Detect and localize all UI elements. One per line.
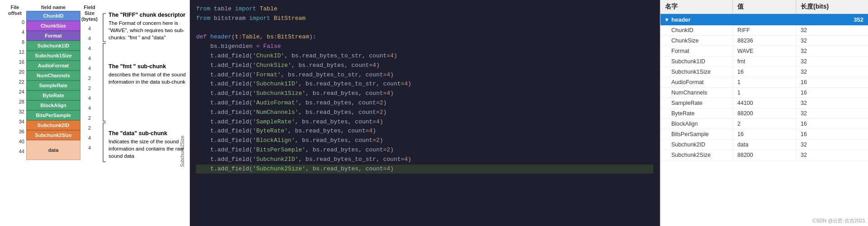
field-numchannels: NumChannels bbox=[26, 71, 80, 80]
code-line-10: t.add_field('Subchunk1Size', bs.read_byt… bbox=[196, 89, 653, 99]
tr-field-value: 88200 bbox=[733, 108, 796, 118]
table-row[interactable]: BitsPerSample 16 16 bbox=[660, 129, 868, 140]
offset-20: 20 bbox=[4, 67, 26, 77]
tr-field-value: 16 bbox=[733, 129, 796, 139]
tr-field-name: BitsPerSample bbox=[660, 129, 733, 139]
desc-fmt-text: describes the format of the sound inform… bbox=[108, 71, 190, 85]
size-subchunk1size: 4 bbox=[88, 63, 91, 73]
table-row[interactable]: BlockAlign 2 16 bbox=[660, 119, 868, 129]
tr-field-value: 2 bbox=[733, 119, 796, 129]
size-blockalign: 2 bbox=[88, 113, 91, 123]
code-line-15: t.add_field('BlockAlign', bs.read_bytes,… bbox=[196, 136, 653, 146]
field-chunkid: ChunkID bbox=[26, 11, 80, 21]
tr-field-value: 44100 bbox=[733, 98, 796, 108]
desc-riff-title: The "RIFF" chunk descriptor bbox=[108, 12, 190, 18]
offset-36: 36 bbox=[4, 127, 26, 137]
code-line-6: t.add_field('ChunkID', bs.read_bytes_to_… bbox=[196, 52, 653, 61]
tr-field-bits: 16 bbox=[796, 129, 868, 139]
tr-field-bits: 16 bbox=[796, 77, 868, 87]
desc-data-text: Indicates the size of the sound informat… bbox=[108, 138, 190, 160]
offset-4: 4 bbox=[4, 27, 26, 37]
group-collapse-icon[interactable]: ▼ bbox=[660, 14, 670, 25]
field-bitspersample: BitsPerSample bbox=[26, 110, 80, 120]
fields-column: field name ChunkID ChunkSize Format Subc… bbox=[26, 5, 80, 160]
offset-24: 24 bbox=[4, 87, 26, 97]
tr-field-value: 1 bbox=[733, 77, 796, 87]
size-numchannels: 2 bbox=[88, 83, 91, 93]
offset-40: 40 bbox=[4, 137, 26, 146]
code-line-1: from table import Table bbox=[196, 5, 653, 14]
table-row[interactable]: NumChannels 1 16 bbox=[660, 88, 868, 98]
desc-fmt-title: The "fmt " sub-chunk bbox=[108, 63, 190, 70]
th-bits: 长度(bits) bbox=[796, 0, 868, 14]
table-row[interactable]: ChunkID RIFF 32 bbox=[660, 25, 868, 36]
field-chunksize: ChunkSize bbox=[26, 21, 80, 31]
tr-field-name: Subchunk2Size bbox=[660, 150, 733, 160]
fields-header: field name bbox=[26, 5, 80, 10]
table-row[interactable]: AudioFormat 1 16 bbox=[660, 77, 868, 88]
table-row[interactable]: ChunkSize 88236 32 bbox=[660, 36, 868, 46]
desc-data: The "data" sub-chunk Indicates the size … bbox=[108, 130, 190, 160]
size-format: 4 bbox=[88, 43, 91, 53]
offset-28: 28 bbox=[4, 97, 26, 107]
table-row[interactable]: Format WAVE 32 bbox=[660, 46, 868, 56]
table-group-header[interactable]: ▼ header 352 bbox=[660, 14, 868, 25]
desc-data-title: The "data" sub-chunk bbox=[108, 130, 190, 137]
code-line-3 bbox=[196, 24, 653, 33]
right-panel: 名字 值 长度(bits) ▼ header 352 ChunkID RIFF … bbox=[660, 0, 868, 226]
code-line-11: t.add_field('AudioFormat', bs.read_bytes… bbox=[196, 99, 653, 108]
size-bitspersample: 2 bbox=[88, 123, 91, 133]
table-row[interactable]: ByteRate 88200 32 bbox=[660, 108, 868, 119]
tr-field-bits: 32 bbox=[796, 108, 868, 118]
group-name: header bbox=[670, 14, 849, 25]
tr-field-bits: 32 bbox=[796, 46, 868, 56]
code-line-12: t.add_field('NumChannels', bs.read_bytes… bbox=[196, 108, 653, 118]
code-line-13: t.add_field('SampleRate', bs.read_bytes,… bbox=[196, 118, 653, 127]
field-subchunk1size: Subchunk1Size bbox=[26, 51, 80, 61]
field-blockalign: BlockAlign bbox=[26, 100, 80, 110]
table-row[interactable]: Subchunk2Size 88200 32 bbox=[660, 150, 868, 160]
tr-field-name: Subchunk2ID bbox=[660, 140, 733, 150]
offset-12: 12 bbox=[4, 47, 26, 57]
size-subchunk1id: 4 bbox=[88, 53, 91, 63]
size-chunksize: 4 bbox=[88, 33, 91, 43]
tr-field-name: Format bbox=[660, 46, 733, 56]
table-rows: ChunkID RIFF 32 ChunkSize 88236 32 Forma… bbox=[660, 25, 868, 160]
table-row[interactable]: SampleRate 44100 32 bbox=[660, 98, 868, 108]
tr-field-bits: 32 bbox=[796, 25, 868, 35]
tr-field-name: ChunkSize bbox=[660, 36, 733, 46]
watermark: CSDN @云哲·吉吉2021 bbox=[812, 217, 865, 224]
code-line-5: bs.bigendien = False bbox=[196, 42, 653, 52]
tr-field-bits: 32 bbox=[796, 67, 868, 77]
tr-field-name: BlockAlign bbox=[660, 119, 733, 129]
offset-0: 0 bbox=[4, 17, 26, 27]
table-row[interactable]: Subchunk1Size 16 32 bbox=[660, 67, 868, 77]
size-subchunk2size: 4 bbox=[88, 143, 91, 153]
file-diagram: File offset 0 4 8 12 16 20 22 24 28 32 3… bbox=[4, 5, 186, 221]
size-subchunk2id: 4 bbox=[88, 133, 91, 143]
field-data: data bbox=[26, 140, 80, 160]
offset-32: 32 bbox=[4, 107, 26, 117]
offset-header: File offset bbox=[4, 5, 26, 16]
field-format: Format bbox=[26, 31, 80, 41]
table-row[interactable]: Subchunk1ID fmt 32 bbox=[660, 56, 868, 67]
code-line-18: t.add_field('Subchunk2Size', bs.read_byt… bbox=[196, 165, 653, 174]
table-row[interactable]: Subchunk2ID data 32 bbox=[660, 140, 868, 150]
size-samplerate: 4 bbox=[88, 93, 91, 103]
tr-field-name: Subchunk1Size bbox=[660, 67, 733, 77]
size-header: Field Size(bytes) bbox=[80, 5, 99, 23]
offset-8: 8 bbox=[4, 37, 26, 47]
tr-field-bits: 32 bbox=[796, 140, 868, 150]
left-panel: File offset 0 4 8 12 16 20 22 24 28 32 3… bbox=[0, 0, 190, 226]
tr-field-value: data bbox=[733, 140, 796, 150]
tr-field-bits: 32 bbox=[796, 98, 868, 108]
tr-field-name: AudioFormat bbox=[660, 77, 733, 87]
code-panel: from table import Table from bitstream i… bbox=[190, 0, 660, 226]
code-line-17: t.add_field('Subchunk2ID', bs.read_bytes… bbox=[196, 155, 653, 165]
field-subchunk2id: Subchunk2ID bbox=[26, 120, 80, 130]
tr-field-bits: 32 bbox=[796, 56, 868, 66]
brace-svg bbox=[99, 13, 108, 175]
size-audioformat: 2 bbox=[88, 73, 91, 83]
tr-field-value: 88200 bbox=[733, 150, 796, 160]
offset-44: 44 bbox=[4, 146, 26, 156]
